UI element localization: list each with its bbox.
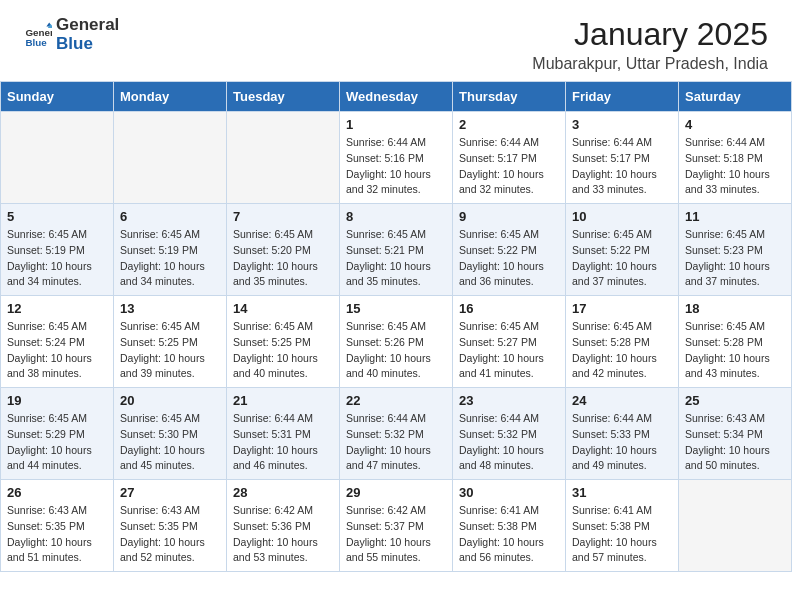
day-info: Sunrise: 6:44 AMSunset: 5:17 PMDaylight:… — [572, 135, 672, 198]
month-title: January 2025 — [532, 16, 768, 53]
table-row: 3Sunrise: 6:44 AMSunset: 5:17 PMDaylight… — [566, 112, 679, 204]
table-row: 17Sunrise: 6:45 AMSunset: 5:28 PMDayligh… — [566, 296, 679, 388]
table-row: 13Sunrise: 6:45 AMSunset: 5:25 PMDayligh… — [114, 296, 227, 388]
day-number: 20 — [120, 393, 220, 408]
day-info: Sunrise: 6:45 AMSunset: 5:27 PMDaylight:… — [459, 319, 559, 382]
calendar-week-row: 1Sunrise: 6:44 AMSunset: 5:16 PMDaylight… — [1, 112, 792, 204]
header-thursday: Thursday — [453, 82, 566, 112]
header-wednesday: Wednesday — [340, 82, 453, 112]
svg-text:Blue: Blue — [25, 37, 47, 48]
day-number: 25 — [685, 393, 785, 408]
table-row — [114, 112, 227, 204]
header-saturday: Saturday — [679, 82, 792, 112]
day-info: Sunrise: 6:45 AMSunset: 5:22 PMDaylight:… — [572, 227, 672, 290]
header-sunday: Sunday — [1, 82, 114, 112]
table-row: 21Sunrise: 6:44 AMSunset: 5:31 PMDayligh… — [227, 388, 340, 480]
day-number: 29 — [346, 485, 446, 500]
table-row — [679, 480, 792, 572]
day-info: Sunrise: 6:44 AMSunset: 5:32 PMDaylight:… — [459, 411, 559, 474]
day-info: Sunrise: 6:43 AMSunset: 5:34 PMDaylight:… — [685, 411, 785, 474]
day-number: 23 — [459, 393, 559, 408]
calendar-week-row: 19Sunrise: 6:45 AMSunset: 5:29 PMDayligh… — [1, 388, 792, 480]
day-number: 22 — [346, 393, 446, 408]
table-row: 6Sunrise: 6:45 AMSunset: 5:19 PMDaylight… — [114, 204, 227, 296]
day-info: Sunrise: 6:41 AMSunset: 5:38 PMDaylight:… — [572, 503, 672, 566]
day-info: Sunrise: 6:45 AMSunset: 5:28 PMDaylight:… — [685, 319, 785, 382]
day-info: Sunrise: 6:45 AMSunset: 5:20 PMDaylight:… — [233, 227, 333, 290]
day-number: 15 — [346, 301, 446, 316]
table-row: 1Sunrise: 6:44 AMSunset: 5:16 PMDaylight… — [340, 112, 453, 204]
table-row: 15Sunrise: 6:45 AMSunset: 5:26 PMDayligh… — [340, 296, 453, 388]
table-row: 12Sunrise: 6:45 AMSunset: 5:24 PMDayligh… — [1, 296, 114, 388]
day-number: 19 — [7, 393, 107, 408]
day-info: Sunrise: 6:45 AMSunset: 5:21 PMDaylight:… — [346, 227, 446, 290]
day-info: Sunrise: 6:45 AMSunset: 5:25 PMDaylight:… — [233, 319, 333, 382]
day-number: 8 — [346, 209, 446, 224]
day-number: 4 — [685, 117, 785, 132]
table-row: 22Sunrise: 6:44 AMSunset: 5:32 PMDayligh… — [340, 388, 453, 480]
location-title: Mubarakpur, Uttar Pradesh, India — [532, 55, 768, 73]
logo-icon: General Blue — [24, 21, 52, 49]
logo-blue: Blue — [56, 34, 93, 53]
table-row: 28Sunrise: 6:42 AMSunset: 5:36 PMDayligh… — [227, 480, 340, 572]
calendar-week-row: 12Sunrise: 6:45 AMSunset: 5:24 PMDayligh… — [1, 296, 792, 388]
day-number: 6 — [120, 209, 220, 224]
table-row: 9Sunrise: 6:45 AMSunset: 5:22 PMDaylight… — [453, 204, 566, 296]
day-number: 12 — [7, 301, 107, 316]
day-info: Sunrise: 6:44 AMSunset: 5:31 PMDaylight:… — [233, 411, 333, 474]
day-number: 1 — [346, 117, 446, 132]
title-block: January 2025 Mubarakpur, Uttar Pradesh, … — [532, 16, 768, 73]
table-row — [227, 112, 340, 204]
day-info: Sunrise: 6:45 AMSunset: 5:30 PMDaylight:… — [120, 411, 220, 474]
day-info: Sunrise: 6:45 AMSunset: 5:29 PMDaylight:… — [7, 411, 107, 474]
day-info: Sunrise: 6:45 AMSunset: 5:23 PMDaylight:… — [685, 227, 785, 290]
header-friday: Friday — [566, 82, 679, 112]
day-number: 13 — [120, 301, 220, 316]
table-row: 26Sunrise: 6:43 AMSunset: 5:35 PMDayligh… — [1, 480, 114, 572]
table-row: 5Sunrise: 6:45 AMSunset: 5:19 PMDaylight… — [1, 204, 114, 296]
table-row: 4Sunrise: 6:44 AMSunset: 5:18 PMDaylight… — [679, 112, 792, 204]
day-number: 5 — [7, 209, 107, 224]
table-row: 19Sunrise: 6:45 AMSunset: 5:29 PMDayligh… — [1, 388, 114, 480]
table-row: 14Sunrise: 6:45 AMSunset: 5:25 PMDayligh… — [227, 296, 340, 388]
header-tuesday: Tuesday — [227, 82, 340, 112]
day-info: Sunrise: 6:44 AMSunset: 5:17 PMDaylight:… — [459, 135, 559, 198]
day-info: Sunrise: 6:45 AMSunset: 5:25 PMDaylight:… — [120, 319, 220, 382]
table-row: 16Sunrise: 6:45 AMSunset: 5:27 PMDayligh… — [453, 296, 566, 388]
table-row: 10Sunrise: 6:45 AMSunset: 5:22 PMDayligh… — [566, 204, 679, 296]
table-row: 24Sunrise: 6:44 AMSunset: 5:33 PMDayligh… — [566, 388, 679, 480]
day-info: Sunrise: 6:45 AMSunset: 5:28 PMDaylight:… — [572, 319, 672, 382]
day-info: Sunrise: 6:41 AMSunset: 5:38 PMDaylight:… — [459, 503, 559, 566]
day-info: Sunrise: 6:44 AMSunset: 5:16 PMDaylight:… — [346, 135, 446, 198]
calendar-week-row: 5Sunrise: 6:45 AMSunset: 5:19 PMDaylight… — [1, 204, 792, 296]
day-info: Sunrise: 6:44 AMSunset: 5:32 PMDaylight:… — [346, 411, 446, 474]
day-number: 16 — [459, 301, 559, 316]
day-number: 31 — [572, 485, 672, 500]
day-number: 18 — [685, 301, 785, 316]
day-number: 10 — [572, 209, 672, 224]
calendar-table: Sunday Monday Tuesday Wednesday Thursday… — [0, 81, 792, 572]
calendar-header-row: Sunday Monday Tuesday Wednesday Thursday… — [1, 82, 792, 112]
table-row: 20Sunrise: 6:45 AMSunset: 5:30 PMDayligh… — [114, 388, 227, 480]
day-info: Sunrise: 6:43 AMSunset: 5:35 PMDaylight:… — [7, 503, 107, 566]
day-info: Sunrise: 6:45 AMSunset: 5:26 PMDaylight:… — [346, 319, 446, 382]
header-monday: Monday — [114, 82, 227, 112]
table-row: 30Sunrise: 6:41 AMSunset: 5:38 PMDayligh… — [453, 480, 566, 572]
calendar-week-row: 26Sunrise: 6:43 AMSunset: 5:35 PMDayligh… — [1, 480, 792, 572]
day-number: 21 — [233, 393, 333, 408]
day-number: 30 — [459, 485, 559, 500]
day-number: 17 — [572, 301, 672, 316]
table-row: 18Sunrise: 6:45 AMSunset: 5:28 PMDayligh… — [679, 296, 792, 388]
day-info: Sunrise: 6:44 AMSunset: 5:18 PMDaylight:… — [685, 135, 785, 198]
day-info: Sunrise: 6:42 AMSunset: 5:37 PMDaylight:… — [346, 503, 446, 566]
table-row: 2Sunrise: 6:44 AMSunset: 5:17 PMDaylight… — [453, 112, 566, 204]
day-number: 27 — [120, 485, 220, 500]
table-row: 25Sunrise: 6:43 AMSunset: 5:34 PMDayligh… — [679, 388, 792, 480]
day-number: 26 — [7, 485, 107, 500]
day-info: Sunrise: 6:45 AMSunset: 5:19 PMDaylight:… — [7, 227, 107, 290]
day-info: Sunrise: 6:45 AMSunset: 5:19 PMDaylight:… — [120, 227, 220, 290]
logo-text: General Blue — [56, 16, 119, 53]
table-row: 11Sunrise: 6:45 AMSunset: 5:23 PMDayligh… — [679, 204, 792, 296]
table-row — [1, 112, 114, 204]
day-number: 2 — [459, 117, 559, 132]
